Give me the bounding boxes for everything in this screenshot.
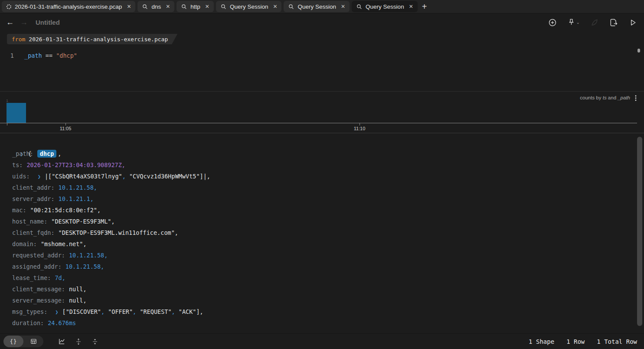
field-key: duration: <box>12 319 44 326</box>
run-query-button[interactable] <box>628 18 637 27</box>
field-value: "REQUEST" <box>140 308 171 315</box>
back-button[interactable]: ← <box>6 18 14 27</box>
tab-label: dns <box>151 3 161 10</box>
record-field-domain: domain:"mshome.net", <box>6 238 644 250</box>
field-key: host_name: <box>12 218 47 225</box>
search-icon <box>221 4 226 10</box>
field-key: client_addr: <box>12 184 55 191</box>
tab-query-session[interactable]: Query Session✕ <box>284 1 350 12</box>
field-key: uids: <box>12 173 30 180</box>
field-value: ], <box>196 308 203 315</box>
code-string-token: "dhcp" <box>56 52 77 59</box>
close-tab-icon[interactable]: ✕ <box>341 4 345 9</box>
expand-chevron-icon[interactable]: ❯ <box>55 309 58 315</box>
field-value: 7d, <box>55 274 65 281</box>
tab-dns[interactable]: dns✕ <box>137 1 174 12</box>
table-icon <box>30 338 37 345</box>
from-keyword: from <box>12 36 25 43</box>
collapse-all-button[interactable] <box>92 338 98 345</box>
record-field-assigned_addr: assigned_addr:10.1.21.58, <box>6 261 644 272</box>
field-key: ts: <box>12 161 23 168</box>
tab-label: Query Session <box>366 3 404 10</box>
row-count: 1 Row <box>566 338 585 345</box>
field-value: [ <box>62 308 66 315</box>
histogram-panel: counts by ts and _path 1 11:05 11:10 <box>0 91 644 133</box>
tab-query-session[interactable]: Query Session✕ <box>352 1 418 12</box>
results-scrollbar-thumb[interactable] <box>637 137 642 326</box>
field-value: |[ <box>45 173 52 180</box>
field-value: "CVQcvz1d36HpWMwVt5" <box>129 173 200 180</box>
json-view-button[interactable]: {} <box>3 336 23 347</box>
code-operator-token: == <box>42 52 56 59</box>
pin-dropdown-button[interactable]: ⌄ <box>567 18 580 26</box>
field-key: client_message: <box>12 286 65 293</box>
field-value: null, <box>69 297 87 304</box>
record-field-uids: uids:❯|["CSbQRt4aXS03t7lnyg", "CVQcvz1d3… <box>6 171 644 182</box>
field-key: server_addr: <box>12 195 55 202</box>
circle-plus-icon[interactable] <box>548 18 557 27</box>
table-view-button[interactable] <box>23 336 43 347</box>
search-icon <box>142 4 148 10</box>
x-tick-label: 11:10 <box>354 126 366 131</box>
tab-bar: 2026-01-31-traffic-analysis-exercise.pca… <box>0 0 644 13</box>
histogram-bar-dhcp[interactable] <box>7 103 26 123</box>
record-field-mac: mac:"00:21:5d:c8:0e:f2", <box>6 204 644 216</box>
field-value: , <box>122 173 129 180</box>
field-key: mac: <box>12 207 26 214</box>
export-results-button[interactable] <box>609 18 618 27</box>
record-field-client_fqdn: client_fqdn:"DESKTOP-ES9F3ML.win11office… <box>6 227 644 238</box>
field-value: , <box>101 308 108 315</box>
field-value: , <box>133 308 140 315</box>
chevron-down-icon: ⌄ <box>576 20 580 25</box>
tab-label: Query Session <box>230 3 268 10</box>
field-value: 10.1.21.58, <box>69 252 108 259</box>
pool-name: 2026-01-31-traffic-analysis-exercise.pca… <box>29 36 168 43</box>
field-key: client_fqdn: <box>12 229 55 236</box>
field-value: 2026-01-27T23:04:03.908927Z, <box>26 161 125 168</box>
field-value: "CSbQRt4aXS03t7lnyg" <box>52 173 122 180</box>
path-badge[interactable]: dhcp <box>37 150 57 158</box>
result-counts: 1 Shape 1 Row 1 Total Row <box>529 338 637 345</box>
field-value: "00:21:5d:c8:0e:f2", <box>30 207 101 214</box>
tab-list: 2026-01-31-traffic-analysis-exercise.pca… <box>2 1 418 12</box>
field-key: lease_time: <box>12 274 51 281</box>
x-tick-label: 11:05 <box>60 126 72 131</box>
x-axis-tick <box>7 123 7 125</box>
field-value: "DESKTOP-ES9F3ML.win11office.com", <box>59 229 178 236</box>
field-value: ]|, <box>200 173 210 180</box>
close-tab-icon[interactable]: ✕ <box>273 4 277 9</box>
chart-view-button[interactable] <box>58 338 65 345</box>
close-tab-icon[interactable]: ✕ <box>127 4 131 9</box>
field-value: "DESKTOP-ES9F3ML", <box>51 218 114 225</box>
histogram-menu-button[interactable] <box>633 95 639 102</box>
expand-chevron-icon[interactable]: ❯ <box>38 174 41 180</box>
field-value: 24.676ms <box>48 319 76 326</box>
editor-line-1[interactable]: 1 _path == "dhcp" <box>0 51 635 60</box>
close-tab-icon[interactable]: ✕ <box>205 4 209 9</box>
field-value: 10.1.21.58, <box>65 263 104 270</box>
x-axis-line <box>0 123 637 123</box>
field-value: , <box>58 150 61 157</box>
search-icon <box>288 4 294 10</box>
x-axis-tick <box>360 123 360 125</box>
close-tab-icon[interactable]: ✕ <box>166 4 170 9</box>
field-key: _path: <box>12 150 33 157</box>
record-field-client_message: client_message:null, <box>6 283 644 295</box>
record-field-ts: ts:2026-01-27T23:04:03.908927Z, <box>6 159 644 171</box>
view-mode-toggle: {} <box>3 336 43 347</box>
tab-query-session[interactable]: Query Session✕ <box>216 1 282 12</box>
close-tab-icon[interactable]: ✕ <box>409 4 413 9</box>
record-field-_path: _path:dhcp, <box>6 148 644 159</box>
record-field-list: _path:dhcp,ts:2026-01-27T23:04:03.908927… <box>6 148 644 329</box>
tab-http[interactable]: http✕ <box>177 1 214 12</box>
new-tab-button[interactable]: + <box>422 2 427 11</box>
query-editor[interactable]: from 2026-01-31-traffic-analysis-exercis… <box>0 31 644 91</box>
expand-all-button[interactable] <box>75 338 82 345</box>
tab-2026-01-31-traffic-analysis-exercise-pcap[interactable]: 2026-01-31-traffic-analysis-exercise.pca… <box>2 1 135 12</box>
from-pool-pill[interactable]: from 2026-01-31-traffic-analysis-exercis… <box>7 34 177 44</box>
field-value: "mshome.net", <box>41 240 87 247</box>
status-bar: {} 1 Sh <box>0 333 644 349</box>
search-icon <box>181 4 187 10</box>
forward-button[interactable]: → <box>20 18 28 27</box>
editor-scrollbar-thumb[interactable] <box>637 49 640 53</box>
